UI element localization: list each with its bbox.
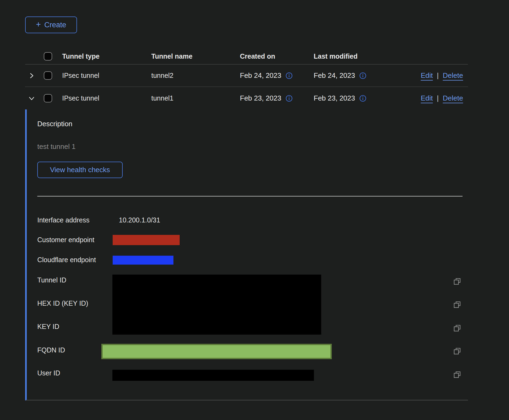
copy-icon — [453, 371, 461, 379]
field-label-user-id: User ID — [37, 369, 60, 377]
chevron-down-icon — [28, 95, 35, 102]
tunnel-type-value: IPsec tunnel — [55, 72, 145, 79]
redacted-user-id — [112, 370, 314, 381]
expand-row-button[interactable] — [25, 72, 38, 79]
tunnel-name-value: tunnel2 — [145, 72, 233, 79]
field-label-tunnel-id: Tunnel ID — [37, 276, 66, 284]
copy-tunnel-id-button[interactable] — [453, 277, 461, 285]
description-label: Description — [37, 120, 72, 128]
info-icon[interactable] — [359, 72, 367, 80]
row-checkbox[interactable] — [44, 71, 52, 80]
copy-hex-id-button[interactable] — [453, 301, 461, 309]
collapse-row-button[interactable] — [25, 95, 38, 102]
redacted-fqdn-id — [101, 344, 332, 359]
field-label-interface-address: Interface address — [37, 216, 89, 224]
edit-link[interactable]: Edit — [421, 94, 433, 102]
redacted-customer-endpoint — [113, 235, 180, 245]
info-icon[interactable] — [359, 94, 367, 102]
header-created-on: Created on — [233, 52, 307, 60]
row-checkbox[interactable] — [44, 94, 52, 102]
chevron-right-icon — [28, 72, 35, 79]
copy-key-id-button[interactable] — [453, 324, 461, 332]
info-icon[interactable] — [285, 72, 293, 80]
header-last-modified: Last modified — [307, 52, 385, 60]
field-value-interface-address: 10.200.1.0/31 — [119, 216, 160, 224]
create-button[interactable]: + Create — [25, 16, 77, 33]
redacted-id-values — [112, 275, 321, 335]
table-header-row: Tunnel type Tunnel name Created on Last … — [25, 49, 468, 65]
table-row: IPsec tunnel tunnel2 Feb 24, 2023 Feb 24… — [25, 65, 468, 87]
header-tunnel-type: Tunnel type — [55, 52, 145, 60]
copy-icon — [453, 277, 461, 285]
field-label-cloudflare-endpoint: Cloudflare endpoint — [37, 256, 96, 264]
action-separator: | — [437, 94, 439, 102]
redacted-cloudflare-endpoint — [113, 256, 173, 265]
action-separator: | — [437, 71, 439, 80]
field-label-customer-endpoint: Customer endpoint — [37, 236, 94, 244]
field-label-fqdn-id: FQDN ID — [37, 346, 65, 354]
copy-icon — [453, 347, 461, 355]
panel-divider — [37, 196, 463, 196]
tunnel-name-value: tunnel1 — [145, 94, 233, 102]
create-button-label: Create — [44, 21, 66, 29]
tunnels-page: { "colors": { "background": "#1d1e1e", "… — [0, 0, 509, 420]
copy-fqdn-id-button[interactable] — [453, 347, 461, 355]
last-modified-value: Feb 24, 2023 — [314, 71, 355, 80]
edit-link[interactable]: Edit — [421, 71, 433, 80]
last-modified-value: Feb 23, 2023 — [314, 94, 355, 102]
table-row: IPsec tunnel tunnel1 Feb 23, 2023 Feb 23… — [25, 87, 468, 109]
field-label-hex-id: HEX ID (KEY ID) — [37, 299, 88, 307]
tunnel-detail-panel: Description test tunnel 1 View health ch… — [25, 109, 468, 401]
delete-link[interactable]: Delete — [443, 71, 463, 80]
description-value: test tunnel 1 — [37, 142, 76, 151]
field-label-key-id: KEY ID — [37, 323, 59, 331]
copy-icon — [453, 301, 461, 309]
header-tunnel-name: Tunnel name — [145, 52, 233, 60]
created-on-value: Feb 23, 2023 — [240, 94, 281, 102]
select-all-checkbox[interactable] — [44, 52, 52, 61]
view-health-checks-button[interactable]: View health checks — [37, 162, 123, 178]
tunnels-table: Tunnel type Tunnel name Created on Last … — [25, 49, 468, 109]
copy-user-id-button[interactable] — [453, 371, 461, 379]
info-icon[interactable] — [285, 94, 293, 102]
created-on-value: Feb 24, 2023 — [240, 71, 281, 80]
tunnel-type-value: IPsec tunnel — [55, 94, 145, 102]
plus-icon: + — [36, 20, 41, 29]
copy-icon — [453, 324, 461, 332]
delete-link[interactable]: Delete — [443, 94, 463, 102]
